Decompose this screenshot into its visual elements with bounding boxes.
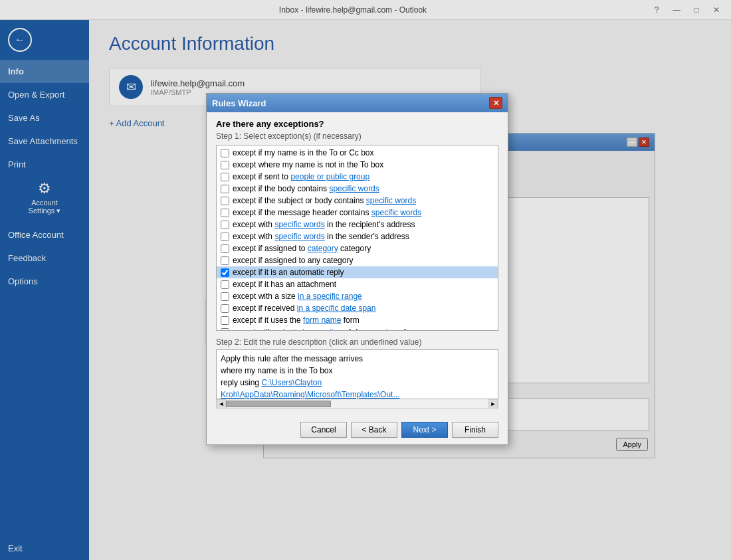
cb-item-5: except if the subject or body contains s… (217, 195, 498, 207)
cb-item-9: except if assigned to category category (217, 242, 498, 254)
dialog-close-button[interactable]: ✕ (489, 97, 502, 109)
cb-item-12: except if it has an attachment (217, 278, 498, 290)
dialog-body: Are there any exceptions? Step 1: Select… (207, 112, 508, 415)
cb-item-6: except if the message header contains sp… (217, 207, 498, 219)
step2-area: Step 2: Edit the rule description (click… (216, 337, 498, 409)
cb3[interactable] (221, 173, 229, 181)
cb9[interactable] (221, 244, 229, 253)
cb2[interactable] (221, 161, 229, 169)
cb12[interactable] (221, 280, 229, 289)
rules-wizard-dialog: Rules Wizard ✕ Are there any exceptions?… (206, 93, 508, 445)
cb-item-1: except if my name is in the To or Cc box (217, 147, 498, 159)
checkbox-list-inner: except if my name is in the To or Cc box… (217, 145, 498, 331)
cancel-button[interactable]: Cancel (300, 422, 347, 438)
cb-item-7: except with specific words in the recipi… (217, 219, 498, 231)
template-path-link[interactable]: C:\Users\Clayton Kroh\AppData\Roaming\Mi… (221, 378, 399, 399)
cb6[interactable] (221, 209, 229, 217)
scroll-track (226, 400, 488, 408)
cb15[interactable] (221, 316, 229, 325)
specific-range-link[interactable]: in a specific range (298, 292, 362, 301)
next-button[interactable]: Next > (401, 422, 448, 438)
cb-item-4: except if the body contains specific wor… (217, 183, 498, 195)
cb10[interactable] (221, 256, 229, 265)
cb-item-16: except with selected properties of docum… (217, 326, 498, 331)
exceptions-list: except if my name is in the To or Cc box… (216, 145, 498, 331)
back-button[interactable]: < Back (351, 422, 397, 438)
cb16[interactable] (221, 328, 229, 331)
dialog-title-bar: Rules Wizard ✕ (207, 94, 508, 112)
scroll-left-button[interactable]: ◄ (217, 399, 226, 409)
cb7[interactable] (221, 221, 229, 229)
specific-words-link-6[interactable]: specific words (371, 208, 421, 217)
specific-words-link-8[interactable]: specific words (274, 232, 324, 241)
horizontal-scrollbar: ◄ ► (216, 399, 498, 409)
cb-item-15: except if it uses the form name form (217, 314, 498, 326)
dialog-question: Are there any exceptions? (216, 119, 498, 129)
scroll-thumb (226, 401, 331, 407)
cb4[interactable] (221, 185, 229, 193)
cb8[interactable] (221, 233, 229, 241)
cb-item-14: except if received in a specific date sp… (217, 302, 498, 314)
cb-item-13: except with a size in a specific range (217, 290, 498, 302)
cb14[interactable] (221, 304, 229, 313)
rule-description-textbox: Apply this rule after the message arrive… (216, 349, 498, 399)
cb13[interactable] (221, 292, 229, 301)
specific-words-link-7[interactable]: specific words (274, 220, 324, 229)
form-name-link[interactable]: form name (303, 316, 341, 325)
cb11[interactable] (221, 268, 229, 277)
cb-item-2: except where my name is not in the To bo… (217, 159, 498, 171)
cb5[interactable] (221, 197, 229, 205)
dialog-buttons: Cancel < Back Next > Finish (207, 415, 508, 444)
scroll-right-button[interactable]: ► (488, 399, 498, 409)
cb1[interactable] (221, 149, 229, 157)
specific-words-link-4[interactable]: specific words (329, 184, 379, 193)
step2-label: Step 2: Edit the rule description (click… (216, 337, 498, 347)
people-or-public-group-link[interactable]: people or public group (290, 172, 369, 181)
cb-item-10: except if assigned to any category (217, 254, 498, 266)
finish-button[interactable]: Finish (452, 422, 498, 438)
specific-words-link-5[interactable]: specific words (366, 196, 416, 205)
dialog-title: Rules Wizard (212, 98, 266, 108)
cb-item-11: except if it is an automatic reply (217, 266, 498, 278)
dialog-step1-label: Step 1: Select exception(s) (if necessar… (216, 132, 498, 141)
specific-date-span-link[interactable]: in a specific date span (297, 304, 376, 313)
cb-item-3: except if sent to people or public group (217, 171, 498, 183)
selected-properties-link[interactable]: selected properties (274, 327, 342, 331)
cb-item-8: except with specific words in the sender… (217, 231, 498, 242)
category-link[interactable]: category (308, 244, 338, 253)
